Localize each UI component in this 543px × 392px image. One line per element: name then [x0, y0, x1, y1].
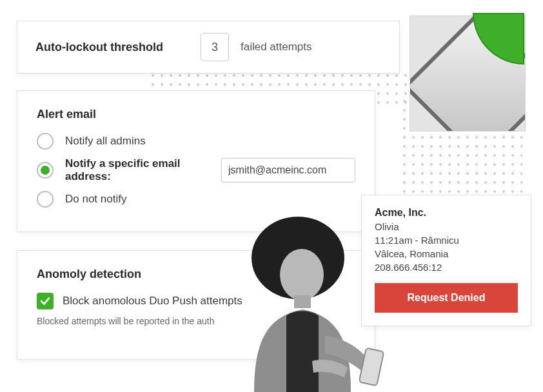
- auto-lockout-title: Auto-lockout threshold: [35, 41, 163, 54]
- lockout-threshold-input[interactable]: 3: [201, 33, 229, 61]
- radio-do-not-notify[interactable]: [37, 191, 54, 208]
- person-image: [215, 213, 402, 392]
- alert-email-title: Alert email: [37, 108, 355, 121]
- radio-label-notify-all: Notify all admins: [65, 135, 146, 148]
- radio-row-do-not-notify: Do not notify: [37, 191, 355, 208]
- svg-rect-2: [294, 295, 311, 308]
- radio-notify-specific[interactable]: [37, 162, 54, 179]
- lockout-threshold-value: 3: [212, 41, 218, 54]
- checkmark-icon: [39, 295, 51, 307]
- radio-row-notify-all: Notify all admins: [37, 133, 355, 150]
- radio-label-notify-specific: Notify a specific email address:: [65, 157, 210, 183]
- anomaly-checkbox[interactable]: [37, 293, 54, 309]
- radio-row-notify-specific: Notify a specific email address:: [37, 157, 355, 183]
- alert-email-card: Alert email Notify all admins Notify a s…: [17, 90, 375, 232]
- radio-notify-all[interactable]: [37, 133, 54, 150]
- svg-point-1: [280, 249, 324, 300]
- radio-label-do-not-notify: Do not notify: [65, 193, 126, 206]
- lockout-suffix: failed attempts: [241, 41, 312, 54]
- auto-lockout-card: Auto-lockout threshold 3 failed attempts: [17, 21, 400, 74]
- alert-email-input[interactable]: [221, 158, 355, 182]
